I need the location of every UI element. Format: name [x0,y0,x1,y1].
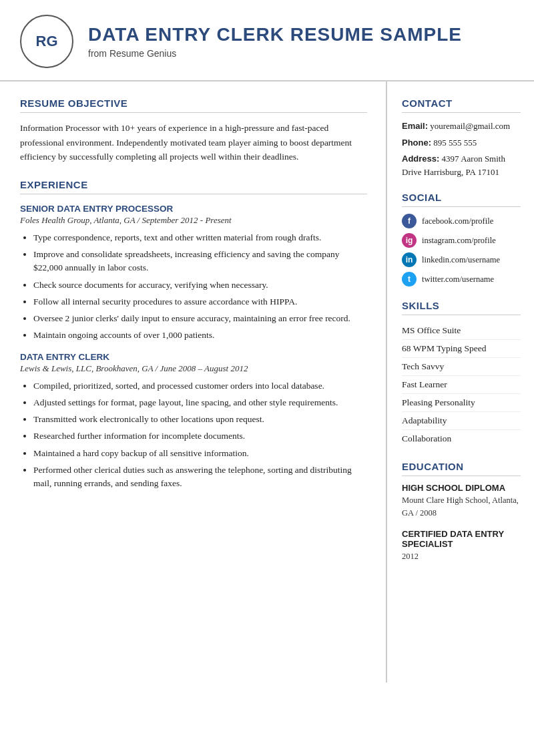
skill-item: Pleasing Personality [402,394,521,412]
left-column: RESUME OBJECTIVE Information Processor w… [0,81,387,683]
job-bullets: Compiled, prioritized, sorted, and proce… [20,379,367,491]
contact-phone: Phone: 895 555 555 [402,136,521,150]
social-item-twitter: ttwitter.com/username [402,272,521,287]
education-container: HIGH SCHOOL DIPLOMAMount Clare High Scho… [402,483,521,562]
skill-item: Tech Savvy [402,358,521,376]
bullet-item: Maintained a hard copy backup of all sen… [33,447,367,460]
skill-item: Fast Learner [402,376,521,394]
instagram-link: instagram.com/profile [422,236,496,246]
logo-circle: RG [20,15,73,68]
resume-subtitle: from Resume Genius [88,48,462,59]
bullet-item: Type correspondence, reports, text and o… [33,231,367,244]
facebook-link: facebook.com/profile [422,216,493,226]
experience-heading: EXPERIENCE [20,179,367,194]
bullet-item: Maintain ongoing accounts of over 1,000 … [33,329,367,342]
contact-heading: CONTACT [402,98,521,113]
facebook-icon: f [402,214,417,228]
skill-item: Adaptability [402,412,521,430]
twitter-icon: t [402,272,417,287]
bullet-item: Performed other clerical duties such as … [33,463,367,491]
right-column: CONTACT Email: youremail@gmail.com Phone… [387,81,534,683]
experience-section: EXPERIENCE SENIOR DATA ENTRY PROCESSORFo… [20,179,367,491]
contact-address: Address: 4397 Aaron Smith Drive Harrisbu… [402,152,521,178]
instagram-icon: ig [402,233,417,248]
social-item-instagram: iginstagram.com/profile [402,233,521,248]
job-item: SENIOR DATA ENTRY PROCESSORFoles Health … [20,204,367,343]
logo-initials: RG [36,33,58,50]
linkedin-link: linkedin.com/username [422,255,500,265]
bullet-item: Follow all internal security procedures … [33,295,367,309]
linkedin-icon: in [402,252,417,267]
edu-title: HIGH SCHOOL DIPLOMA [402,483,521,493]
phone-label: Phone: [402,138,431,148]
resume-title: DATA ENTRY CLERK RESUME SAMPLE [88,24,462,45]
objective-text: Information Processor with 10+ years of … [20,121,367,164]
bullet-item: Improve and consolidate spreadsheets, in… [33,248,367,275]
objective-heading: RESUME OBJECTIVE [20,98,367,113]
contact-email: Email: youremail@gmail.com [402,120,521,133]
bullet-item: Check source documents for accuracy, ver… [33,278,367,292]
job-meta: Lewis & Lewis, LLC, Brookhaven, GA / Jun… [20,363,367,374]
job-title: SENIOR DATA ENTRY PROCESSOR [20,204,367,214]
skills-heading: SKILLS [402,300,521,315]
edu-detail: Mount Clare High School, Atlanta, GA / 2… [402,494,521,520]
jobs-container: SENIOR DATA ENTRY PROCESSORFoles Health … [20,204,367,491]
header: RG DATA ENTRY CLERK RESUME SAMPLE from R… [0,0,534,81]
skill-item: 68 WPM Typing Speed [402,340,521,358]
email-value: youremail@gmail.com [430,121,510,131]
skill-item: MS Office Suite [402,322,521,340]
education-heading: EDUCATION [402,461,521,476]
main-layout: RESUME OBJECTIVE Information Processor w… [0,81,534,683]
email-label: Email: [402,121,428,131]
bullet-item: Transmitted work electronically to other… [33,413,367,426]
job-item: DATA ENTRY CLERKLewis & Lewis, LLC, Broo… [20,352,367,491]
edu-title: CERTIFIED DATA ENTRY SPECIALIST [402,529,521,549]
bullet-item: Oversee 2 junior clerks' daily input to … [33,312,367,325]
social-item-linkedin: inlinkedin.com/username [402,252,521,267]
skills-container: MS Office Suite68 WPM Typing SpeedTech S… [402,322,521,447]
twitter-link: twitter.com/username [422,274,494,285]
education-item: CERTIFIED DATA ENTRY SPECIALIST2012 [402,529,521,563]
skill-item: Collaboration [402,430,521,447]
header-text: DATA ENTRY CLERK RESUME SAMPLE from Resu… [88,24,462,59]
social-container: ffacebook.com/profileiginstagram.com/pro… [402,214,521,287]
objective-section: RESUME OBJECTIVE Information Processor w… [20,98,367,164]
bullet-item: Compiled, prioritized, sorted, and proce… [33,379,367,393]
social-heading: SOCIAL [402,192,521,207]
job-meta: Foles Health Group, Atlanta, GA / Septem… [20,215,367,226]
edu-detail: 2012 [402,550,521,563]
social-item-facebook: ffacebook.com/profile [402,214,521,228]
phone-value: 895 555 555 [433,138,477,148]
bullet-item: Adjusted settings for format, page layou… [33,396,367,409]
job-title: DATA ENTRY CLERK [20,352,367,362]
address-label: Address: [402,154,439,164]
education-item: HIGH SCHOOL DIPLOMAMount Clare High Scho… [402,483,521,520]
bullet-item: Researched further information for incom… [33,429,367,443]
job-bullets: Type correspondence, reports, text and o… [20,231,367,343]
